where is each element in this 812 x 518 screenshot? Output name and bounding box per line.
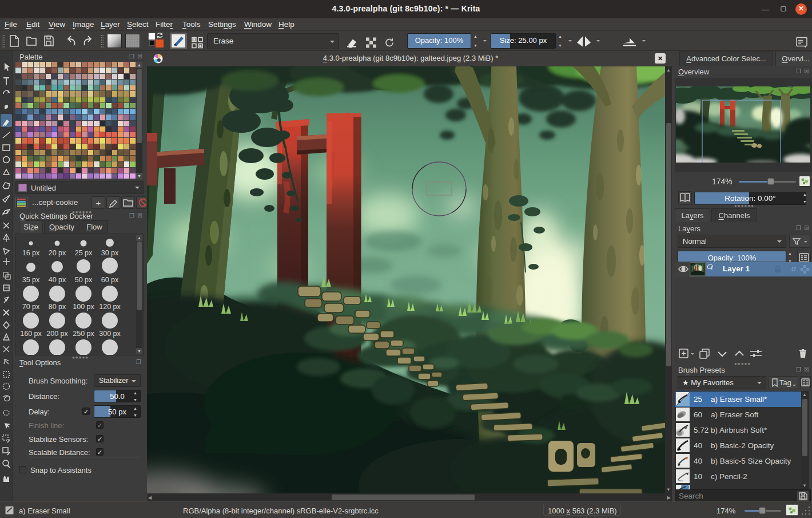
svg-text:70 px: 70 px: [22, 303, 40, 311]
svg-text:35 px: 35 px: [22, 276, 40, 284]
svg-text:250 px: 250 px: [73, 330, 94, 338]
svg-text:30 px: 30 px: [101, 249, 119, 257]
svg-text:120 px: 120 px: [99, 303, 121, 311]
svg-text:80 px: 80 px: [49, 303, 66, 311]
svg-text:300 px: 300 px: [99, 330, 121, 338]
svg-text:160 px: 160 px: [20, 330, 42, 338]
svg-text:50 px: 50 px: [75, 276, 93, 284]
svg-text:100 px: 100 px: [73, 303, 94, 311]
svg-text:40 px: 40 px: [49, 276, 66, 284]
svg-text:60 px: 60 px: [101, 276, 119, 284]
svg-text:20 px: 20 px: [49, 249, 66, 257]
svg-text:16 px: 16 px: [22, 249, 40, 257]
svg-text:25 px: 25 px: [75, 249, 93, 257]
svg-text:200 px: 200 px: [46, 330, 68, 338]
